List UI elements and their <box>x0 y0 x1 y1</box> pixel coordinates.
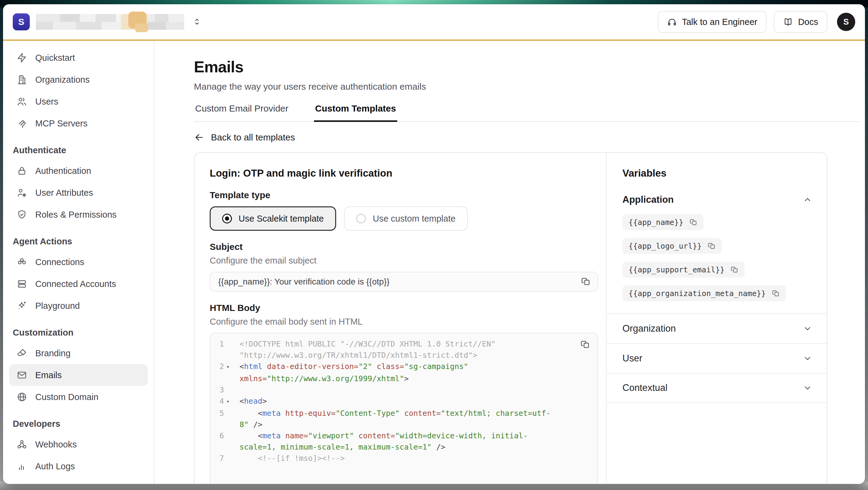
sidebar-nav: QuickstartOrganizationsUsersMCP ServersA… <box>3 41 154 484</box>
radio-selected-icon <box>222 214 232 223</box>
workspace-name-redacted[interactable] <box>36 14 184 30</box>
globe-icon <box>17 392 27 402</box>
code-line: 5<meta http-equiv="Content-Type" content… <box>210 408 597 419</box>
line-number <box>210 373 240 384</box>
sidebar-item-settings[interactable]: Settings <box>9 477 148 484</box>
sidebar-item-mcp-servers[interactable]: MCP Servers <box>9 113 148 134</box>
sidebar-item-label: Users <box>35 97 58 107</box>
line-number: 3 <box>210 384 240 395</box>
radio-option-use-scalekit-template[interactable]: Use Scalekit template <box>210 206 336 231</box>
fold-caret-icon[interactable]: ▾ <box>226 361 229 372</box>
html-body-help: Configure the email body sent in HTML <box>210 317 594 327</box>
sidebar-section-agent-actions: Agent Actions <box>13 232 144 251</box>
workspace-switcher-icon[interactable] <box>193 17 201 27</box>
sidebar-section-customization: Customization <box>13 323 144 342</box>
sidebar-item-custom-domain[interactable]: Custom Domain <box>9 386 148 408</box>
radio-unselected-icon <box>356 214 366 223</box>
code-line: 1<!DOCTYPE html PUBLIC "-//W3C//DTD XHTM… <box>210 338 597 349</box>
sidebar-item-connected-accounts[interactable]: Connected Accounts <box>9 273 148 295</box>
talk-to-engineer-button[interactable]: Talk to an Engineer <box>658 11 767 33</box>
book-icon <box>783 17 793 27</box>
fold-caret-icon[interactable]: ▾ <box>226 396 229 407</box>
copy-icon[interactable] <box>772 289 780 297</box>
sidebar-section-developers: Developers <box>13 414 144 433</box>
variable-group-contextual[interactable]: Contextual <box>607 373 827 403</box>
variable-group-application[interactable]: Application <box>622 194 812 205</box>
talk-to-engineer-label: Talk to an Engineer <box>682 17 757 27</box>
line-number: 7 <box>210 453 240 464</box>
sidebar-item-quickstart[interactable]: Quickstart <box>9 47 148 69</box>
building-icon <box>17 74 27 85</box>
chevron-down-icon <box>803 354 812 363</box>
application-variables: {{app_name}}{{app_logo_url}}{{app_suppor… <box>622 214 812 301</box>
radio-option-use-custom-template[interactable]: Use custom template <box>344 206 467 231</box>
line-number: 6 <box>210 430 240 441</box>
code-line: 3 <box>210 384 597 395</box>
arrow-left-icon <box>194 132 204 143</box>
webhook-icon <box>17 439 27 450</box>
tabs: Custom Email ProviderCustom Templates <box>194 103 859 122</box>
variable-chip-text: {{app_organization_meta_name}} <box>628 289 766 298</box>
sidebar-item-label: Settings <box>35 483 67 484</box>
main-content: Emails Manage the way your users receive… <box>154 41 865 484</box>
html-code-editor[interactable]: 1<!DOCTYPE html PUBLIC "-//W3C//DTD XHTM… <box>210 333 598 484</box>
variable-chip: {{app_name}} <box>622 214 704 230</box>
desktop-wallpaper: S Talk to an Engineer Docs S Quicks <box>0 0 868 490</box>
html-body-label: HTML Body <box>210 303 594 313</box>
tab-custom-templates[interactable]: Custom Templates <box>314 103 397 122</box>
variable-group-user[interactable]: User <box>607 343 827 373</box>
code-line: "http://www.w3.org/TR/xhtml1/DTD/xhtml1-… <box>210 349 597 361</box>
server-icon <box>17 278 27 289</box>
sidebar-item-label: Webhooks <box>35 439 77 450</box>
sidebar-item-label: User Attributes <box>35 188 93 198</box>
line-number <box>210 441 240 453</box>
workspace-logo: S <box>13 13 30 30</box>
sidebar-item-emails[interactable]: Emails <box>9 364 148 386</box>
sidebar-item-roles-permissions[interactable]: Roles & Permissions <box>9 204 148 225</box>
redaction-block <box>135 24 148 32</box>
sidebar-item-playground[interactable]: Playground <box>9 295 148 317</box>
bars-icon <box>17 461 27 472</box>
subject-help: Configure the email subject <box>210 256 594 266</box>
variable-group-organization[interactable]: Organization <box>607 313 827 343</box>
user-avatar[interactable]: S <box>837 13 855 31</box>
docs-label: Docs <box>798 17 818 27</box>
chevron-down-icon <box>803 324 812 333</box>
sparkle-icon <box>17 300 27 311</box>
sidebar-item-branding[interactable]: Branding <box>9 342 148 364</box>
copy-icon[interactable] <box>581 340 590 349</box>
sidebar-item-authentication[interactable]: Authentication <box>9 160 148 182</box>
sidebar-item-organizations[interactable]: Organizations <box>9 69 148 91</box>
template-type-options: Use Scalekit templateUse custom template <box>210 206 594 231</box>
chevron-up-icon <box>803 195 812 204</box>
redaction-block <box>36 22 184 30</box>
sidebar-item-connections[interactable]: Connections <box>9 251 148 273</box>
variable-chip-text: {{app_name}} <box>628 218 684 227</box>
sidebar-section-authenticate: Authenticate <box>13 141 144 160</box>
subject-field-wrap <box>210 272 598 292</box>
tab-custom-email-provider[interactable]: Custom Email Provider <box>194 103 290 122</box>
subject-input[interactable] <box>210 272 598 292</box>
code-line: 6<meta name="viewport" content="width=de… <box>210 430 597 441</box>
redaction-block <box>36 14 184 22</box>
back-to-templates-link[interactable]: Back to all templates <box>194 132 295 143</box>
sidebar-item-label: Emails <box>35 370 62 380</box>
copy-icon[interactable] <box>708 242 716 250</box>
top-bar: S Talk to an Engineer Docs S <box>3 4 865 41</box>
shield-check-icon <box>17 209 27 220</box>
sidebar-item-label: Quickstart <box>35 53 75 63</box>
copy-icon[interactable] <box>731 266 739 274</box>
sidebar-item-webhooks[interactable]: Webhooks <box>9 433 148 455</box>
variable-groups: OrganizationUserContextual <box>607 313 827 403</box>
sidebar-item-label: Connected Accounts <box>35 279 116 289</box>
line-number <box>210 419 240 430</box>
copy-icon[interactable] <box>690 218 698 226</box>
code-line: xmlns="http://www.w3.org/1999/xhtml"> <box>210 373 597 384</box>
docs-button[interactable]: Docs <box>774 11 827 33</box>
line-number <box>210 349 240 361</box>
copy-icon[interactable] <box>581 277 591 286</box>
sidebar-item-auth-logs[interactable]: Auth Logs <box>9 455 148 477</box>
sidebar-item-user-attributes[interactable]: User Attributes <box>9 182 148 204</box>
subject-label: Subject <box>210 242 594 252</box>
sidebar-item-users[interactable]: Users <box>9 91 148 113</box>
